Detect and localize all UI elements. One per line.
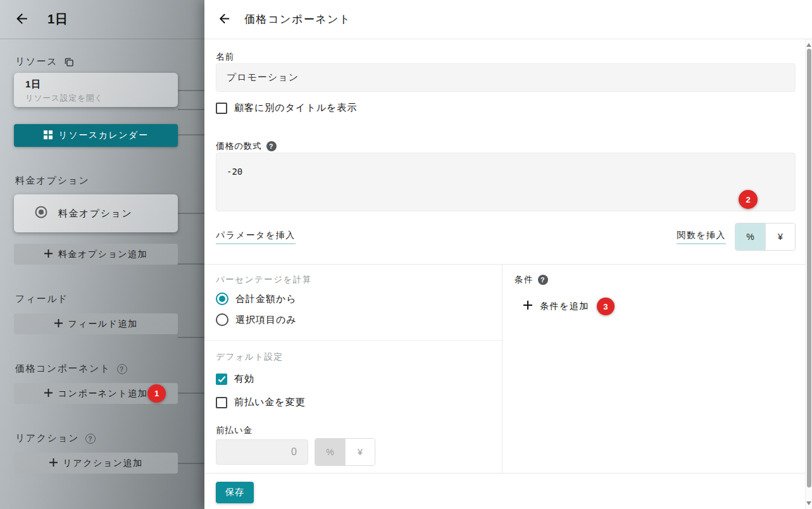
percent-toggle-button[interactable]: % (735, 223, 765, 250)
name-label: 名前 (216, 51, 234, 63)
formula-unit-toggle: % ¥ (735, 223, 796, 251)
flow-connector-line (178, 337, 204, 338)
sidebar-title: 1日 (47, 11, 68, 28)
formula-textarea[interactable]: -20 (216, 153, 796, 211)
back-arrow-icon (14, 11, 30, 28)
reaction-section-label: リアクション ? (15, 432, 96, 444)
sidebar-back-button[interactable] (14, 11, 30, 28)
percentage-calc-label: パーセンテージを計算 (216, 274, 312, 286)
formula-step-badge: 2 (739, 190, 758, 209)
drawer-title: 価格コンポーネント (244, 12, 351, 27)
prepayment-unit-toggle: % ¥ (315, 438, 375, 466)
flow-connector-line (178, 134, 204, 135)
flow-connector-line (178, 90, 204, 91)
checkbox-unchecked-icon (216, 397, 227, 408)
radio-total-amount[interactable]: 合計金額から (216, 292, 297, 305)
conditions-label: 条件 ? (515, 274, 548, 286)
flow-connector-line (178, 263, 204, 265)
insert-function-link[interactable]: 関数を挿入 (677, 230, 726, 244)
section-divider (204, 264, 812, 265)
back-arrow-icon (217, 11, 232, 28)
alt-title-checkbox-label: 顧客に別のタイトルを表示 (234, 102, 357, 114)
enabled-checkbox-row[interactable]: 有効 (216, 373, 254, 385)
checkbox-unchecked-icon (216, 103, 227, 114)
flow-connector-line (178, 463, 204, 464)
help-icon[interactable]: ? (538, 275, 548, 285)
save-button[interactable]: 保存 (216, 482, 254, 503)
copy-icon[interactable] (64, 57, 74, 67)
help-icon[interactable]: ? (85, 434, 96, 444)
component-count-badge: 1 (147, 384, 166, 403)
formula-toolbar-right: 関数を挿入 % ¥ (677, 223, 796, 251)
plus-icon (44, 389, 53, 399)
prepayment-yen-toggle: ¥ (345, 439, 375, 465)
field-section-label: フィールド (15, 293, 68, 305)
resource-section-label: リソース (15, 56, 74, 68)
prepayment-label: 前払い金 (216, 425, 253, 436)
name-input[interactable] (216, 63, 796, 92)
flow-connector-line (178, 393, 204, 394)
drawer-back-button[interactable] (217, 11, 232, 28)
add-price-option-button[interactable]: 料金オプション追加 (14, 244, 178, 265)
insert-parameter-link[interactable]: パラメータを挿入 (216, 230, 296, 244)
plus-icon (523, 301, 532, 312)
price-option-section-label: 料金オプション (15, 175, 89, 187)
left-column-divider (204, 340, 502, 341)
radio-selected-icon (216, 292, 228, 305)
change-prepayment-checkbox-row[interactable]: 前払い金を変更 (216, 396, 306, 408)
scrollbar-thumb[interactable] (807, 49, 811, 487)
app-frame: 1日 リソース 1日 リソース設定を開く リソースカレンダー 料金オプション (0, 0, 812, 509)
plus-icon (54, 319, 63, 329)
price-option-card-label: 料金オプション (58, 208, 132, 220)
resource-card-subtitle: リソース設定を開く (25, 93, 166, 104)
resource-calendar-button[interactable]: リソースカレンダー (14, 124, 178, 147)
flow-connector-line (178, 109, 204, 110)
formula-label: 価格の数式 ? (216, 141, 277, 152)
footer-divider (204, 473, 812, 474)
yen-toggle-button[interactable]: ¥ (765, 223, 795, 250)
radio-circle-icon (34, 205, 48, 222)
flow-connector-line (178, 213, 204, 214)
defaults-label: デフォルト設定 (216, 351, 284, 363)
drawer-scrollbar[interactable] (805, 39, 812, 509)
radio-selected-items-only[interactable]: 選択項目のみ (216, 313, 297, 326)
prepayment-percent-toggle: % (315, 439, 345, 465)
plus-icon (44, 249, 53, 260)
help-icon[interactable]: ? (117, 364, 127, 374)
add-field-button[interactable]: フィールド追加 (14, 313, 178, 334)
scroll-up-arrow-icon[interactable] (806, 43, 811, 47)
radio-unselected-icon (216, 313, 228, 326)
column-divider (502, 265, 503, 473)
help-icon[interactable]: ? (266, 141, 277, 151)
add-condition-button[interactable]: 条件を追加 3 (523, 298, 615, 315)
plus-icon (49, 458, 58, 468)
scroll-down-arrow-icon[interactable] (806, 501, 811, 505)
price-component-drawer: 価格コンポーネント 名前 顧客に別のタイトルを表示 価格の数式 ? -20 2 … (204, 0, 812, 509)
component-section-label: 価格コンポーネント ? (15, 363, 127, 375)
checkbox-checked-icon (216, 374, 227, 385)
resource-card-title: 1日 (25, 79, 166, 91)
sidebar-header: 1日 (0, 0, 204, 39)
grid-icon (44, 130, 53, 141)
prepayment-input (216, 439, 308, 465)
drawer-header: 価格コンポーネント (204, 0, 812, 39)
sidebar: 1日 リソース 1日 リソース設定を開く リソースカレンダー 料金オプション (0, 0, 204, 509)
resource-card[interactable]: 1日 リソース設定を開く (14, 73, 178, 107)
condition-step-badge: 3 (597, 298, 615, 315)
price-option-card[interactable]: 料金オプション (14, 194, 178, 232)
formula-toolbar: パラメータを挿入 関数を挿入 % ¥ (216, 223, 796, 251)
alt-title-checkbox-row[interactable]: 顧客に別のタイトルを表示 (216, 102, 357, 114)
add-reaction-button[interactable]: リアクション追加 (14, 453, 178, 474)
